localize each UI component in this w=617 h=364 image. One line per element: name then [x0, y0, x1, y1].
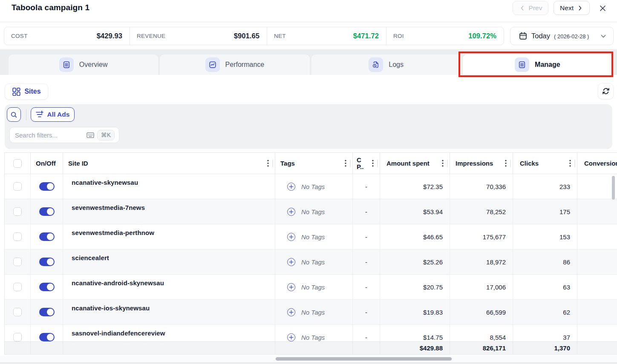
site-id-cell: sciencealert: [63, 249, 275, 274]
refresh-button[interactable]: [598, 83, 614, 99]
date-range-picker[interactable]: Today ( 2026-02-28 ): [510, 27, 614, 45]
row-checkbox[interactable]: [13, 333, 22, 341]
add-tag-icon[interactable]: [287, 233, 295, 241]
stat-net-value: $471.72: [353, 32, 379, 40]
header-amount-spent[interactable]: Amount spent: [380, 153, 450, 174]
row-checkbox[interactable]: [13, 232, 22, 241]
column-menu-icon[interactable]: [442, 160, 444, 167]
date-picker-detail: ( 2026-02-28 ): [554, 33, 589, 40]
horizontal-scrollbar-thumb[interactable]: [276, 357, 452, 361]
next-button[interactable]: Next: [554, 1, 590, 15]
header-clicks-label: Clicks: [520, 160, 539, 167]
header-divider: [0, 22, 617, 22]
row-checkbox[interactable]: [13, 207, 22, 216]
header-cp-label: C P..: [357, 157, 368, 170]
table-row: ncanative-ios-skynewsau No Tags - $19.83…: [5, 300, 617, 325]
column-menu-icon[interactable]: [372, 160, 374, 167]
column-resize-handle[interactable]: [350, 160, 351, 167]
table-row: sevenwestmedia-7news No Tags - $53.94 78…: [5, 199, 617, 224]
all-ads-button-label: All Ads: [47, 111, 70, 118]
stat-revenue-value: $901.65: [234, 32, 259, 40]
onoff-toggle[interactable]: [39, 283, 55, 291]
prev-button[interactable]: Prev: [513, 1, 548, 15]
prev-button-label: Prev: [529, 4, 542, 12]
clicks-cell: 175: [513, 199, 577, 224]
no-tags-label: No Tags: [301, 258, 325, 266]
onoff-toggle[interactable]: [39, 207, 55, 216]
select-all-checkbox[interactable]: [13, 159, 22, 168]
header-tags[interactable]: Tags: [275, 153, 353, 174]
table-row: ncanative-android-skynewsau No Tags - $2…: [5, 275, 617, 300]
column-menu-icon[interactable]: [345, 160, 346, 167]
header-onoff: On/Off: [31, 153, 63, 174]
column-resize-handle[interactable]: [447, 160, 448, 167]
chart-line-icon: [205, 57, 220, 72]
tab-overview-label: Overview: [79, 61, 108, 69]
add-tag-icon[interactable]: [287, 208, 295, 216]
onoff-toggle[interactable]: [39, 182, 55, 191]
amount-spent-cell: $53.94: [380, 199, 450, 224]
tags-cell: No Tags: [275, 174, 353, 199]
site-id-cell: ncanative-android-skynewsau: [63, 275, 275, 299]
header-impressions-label: Impressions: [456, 160, 493, 167]
tab-performance[interactable]: Performance: [160, 54, 309, 75]
add-tag-icon[interactable]: [287, 283, 295, 291]
no-tags-label: No Tags: [301, 334, 325, 341]
toggle-knob: [47, 284, 54, 290]
table-totals-row: $429.88 826,171 1,370: [5, 341, 617, 355]
page-title: Taboola campaign 1: [12, 3, 89, 12]
shortcut-badge: ⌘K: [97, 130, 115, 140]
table-header-row: On/Off Site ID Tags C P.. Amount spent: [5, 152, 617, 174]
add-tag-icon[interactable]: [287, 308, 295, 316]
add-tag-icon[interactable]: [287, 183, 295, 191]
vertical-divider: [26, 109, 26, 120]
column-resize-handle[interactable]: [574, 160, 575, 167]
onoff-toggle[interactable]: [39, 333, 55, 341]
close-icon[interactable]: [597, 3, 608, 13]
all-ads-filter-button[interactable]: All Ads: [31, 107, 75, 122]
tab-overview[interactable]: Overview: [9, 54, 158, 75]
column-resize-handle[interactable]: [510, 160, 511, 167]
add-tag-icon[interactable]: [287, 333, 295, 341]
header-cp[interactable]: C P..: [353, 153, 380, 174]
row-checkbox[interactable]: [13, 182, 22, 191]
row-checkbox[interactable]: [13, 283, 22, 291]
header-site-id[interactable]: Site ID: [63, 153, 275, 174]
onoff-toggle[interactable]: [39, 258, 55, 266]
conversions-cell: [577, 199, 617, 224]
tab-strip: Overview Performance Logs Manage: [9, 54, 612, 75]
conversions-cell: [577, 224, 617, 249]
row-checkbox[interactable]: [13, 258, 22, 266]
tab-manage[interactable]: Manage: [463, 54, 612, 75]
search-filters-input[interactable]: [15, 132, 86, 139]
cp-cell: -: [353, 224, 380, 249]
column-resize-handle[interactable]: [272, 160, 273, 167]
tags-cell: No Tags: [275, 249, 353, 274]
vertical-scrollbar-thumb[interactable]: [612, 176, 615, 200]
row-checkbox[interactable]: [13, 308, 22, 316]
tags-cell: No Tags: [275, 300, 353, 324]
column-menu-icon[interactable]: [267, 160, 269, 167]
conversions-cell: [577, 174, 617, 199]
column-menu-icon[interactable]: [569, 160, 571, 167]
header-site-id-label: Site ID: [68, 160, 88, 167]
tab-logs[interactable]: Logs: [311, 54, 461, 75]
header-amount-spent-label: Amount spent: [386, 160, 430, 167]
stat-net: NET $471.72: [267, 27, 386, 45]
column-resize-handle[interactable]: [377, 160, 378, 167]
stat-roi-label: ROI: [393, 33, 404, 39]
column-menu-icon[interactable]: [505, 160, 507, 167]
filter-panel: All Ads ⌘K: [5, 104, 612, 149]
table-row: ncanative-skynewsau No Tags - $72.35 70,…: [5, 174, 617, 199]
sites-button[interactable]: Sites: [5, 83, 48, 100]
header-clicks[interactable]: Clicks: [513, 153, 577, 174]
onoff-toggle[interactable]: [39, 232, 55, 241]
cp-cell: -: [353, 300, 380, 324]
header-impressions[interactable]: Impressions: [450, 153, 513, 174]
onoff-toggle[interactable]: [39, 308, 55, 316]
add-tag-icon[interactable]: [287, 258, 295, 266]
header-onoff-label: On/Off: [36, 160, 56, 167]
search-button[interactable]: [7, 107, 21, 122]
table-row: sciencealert No Tags - $25.26 18,972 86: [5, 249, 617, 275]
header-conversions[interactable]: Conversions: [577, 153, 617, 174]
